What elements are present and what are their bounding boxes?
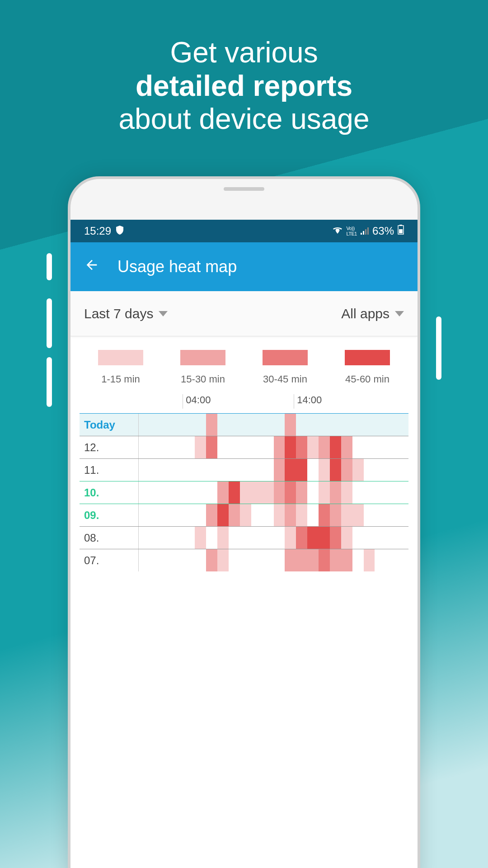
row-label: 09. <box>80 504 138 526</box>
back-arrow-icon[interactable] <box>84 257 99 277</box>
row-label: 08. <box>80 527 138 549</box>
date-range-dropdown[interactable]: Last 7 days <box>84 306 168 321</box>
heatmap-cell <box>173 436 184 458</box>
heatmap-cell <box>296 414 307 436</box>
heatmap-cell <box>319 436 330 458</box>
caret-down-icon <box>395 311 404 316</box>
filter-bar: Last 7 days All apps <box>70 291 418 336</box>
row-label: 12. <box>80 436 138 458</box>
heatmap-chart: 04:0014:00 Today12.11.10.09.08.07. <box>70 394 418 571</box>
heatmap-cell <box>229 436 240 458</box>
heatmap-cell <box>251 459 263 481</box>
heatmap-cell <box>330 549 341 571</box>
heatmap-cell <box>319 459 330 481</box>
heatmap-row: 12. <box>80 436 408 458</box>
heatmap-cell <box>307 436 319 458</box>
row-label: Today <box>80 414 138 436</box>
heatmap-cell <box>307 481 319 504</box>
heatmap-cell <box>263 459 274 481</box>
heatmap-cell <box>229 504 240 526</box>
heatmap-cell <box>206 481 217 504</box>
heatmap-cell <box>251 481 263 504</box>
promo-headline: Get various detailed reports about devic… <box>0 0 488 136</box>
heatmap-cell <box>217 414 229 436</box>
row-cells <box>138 481 408 504</box>
heatmap-cell <box>263 481 274 504</box>
heatmap-cell <box>184 436 195 458</box>
heatmap-cell <box>217 527 229 549</box>
svg-rect-1 <box>363 231 364 235</box>
row-cells <box>138 436 408 458</box>
heatmap-cell <box>173 459 184 481</box>
heatmap-cell <box>206 504 217 526</box>
heatmap-cell <box>184 504 195 526</box>
heatmap-cell <box>397 504 408 526</box>
legend-label: 1-15 min <box>80 373 162 385</box>
heatmap-cell <box>206 459 217 481</box>
heatmap-cell <box>352 549 364 571</box>
heatmap-cell <box>352 504 364 526</box>
heatmap-cell <box>229 459 240 481</box>
heatmap-cell <box>330 459 341 481</box>
heatmap-cell <box>274 481 285 504</box>
heatmap-cell <box>184 549 195 571</box>
row-cells <box>138 459 408 481</box>
time-tick: 14:00 <box>294 394 322 409</box>
legend-label: 45-60 min <box>326 373 408 385</box>
svg-rect-2 <box>365 229 366 235</box>
heatmap-cell <box>195 436 206 458</box>
heatmap-cell <box>341 527 352 549</box>
heatmap-cell <box>375 527 386 549</box>
heatmap-cell <box>319 481 330 504</box>
heatmap-cell <box>375 414 386 436</box>
heatmap-cell <box>386 504 397 526</box>
row-label: 10. <box>80 481 138 504</box>
phone-volume-up <box>47 298 52 348</box>
time-axis: 04:0014:00 <box>80 394 408 410</box>
heatmap-cell <box>285 414 296 436</box>
heatmap-cell <box>161 549 173 571</box>
heatmap-cell <box>386 481 397 504</box>
app-filter-dropdown[interactable]: All apps <box>341 306 404 321</box>
heatmap-cell <box>397 481 408 504</box>
heatmap-cell <box>173 481 184 504</box>
heatmap-cell <box>150 527 161 549</box>
heatmap-cell <box>139 527 150 549</box>
heatmap-cell <box>341 414 352 436</box>
heatmap-cell <box>263 414 274 436</box>
heatmap-cell <box>161 459 173 481</box>
promo-line-2: detailed reports <box>136 70 352 102</box>
heatmap-cell <box>285 549 296 571</box>
legend-item: 45-60 min <box>326 350 408 385</box>
legend-item: 30-45 min <box>244 350 326 385</box>
heatmap-cell <box>285 459 296 481</box>
heatmap-cell <box>161 436 173 458</box>
heatmap-cell <box>195 414 206 436</box>
heatmap-cell <box>341 504 352 526</box>
appbar: Usage heat map <box>70 242 418 291</box>
heatmap-cell <box>330 527 341 549</box>
row-cells <box>138 504 408 526</box>
heatmap-cell <box>139 481 150 504</box>
heatmap-cell <box>296 549 307 571</box>
heatmap-cell <box>307 527 319 549</box>
heatmap-cell <box>173 414 184 436</box>
heatmap-cell <box>375 459 386 481</box>
heatmap-cell <box>139 436 150 458</box>
heatmap-cell <box>217 504 229 526</box>
heatmap-cell <box>274 504 285 526</box>
heatmap-cell <box>375 481 386 504</box>
svg-rect-0 <box>361 233 362 235</box>
heatmap-cell <box>206 414 217 436</box>
screen: 15:29 Vo))LTE1 63% <box>70 220 418 868</box>
svg-rect-6 <box>399 229 403 233</box>
heatmap-cell <box>173 504 184 526</box>
heatmap-cell <box>319 504 330 526</box>
heatmap-cell <box>251 527 263 549</box>
heatmap-cell <box>341 459 352 481</box>
heatmap-cell <box>229 527 240 549</box>
heatmap-cell <box>229 481 240 504</box>
heatmap-cell <box>206 436 217 458</box>
heatmap-cell <box>397 527 408 549</box>
heatmap-row: Today <box>80 413 408 436</box>
